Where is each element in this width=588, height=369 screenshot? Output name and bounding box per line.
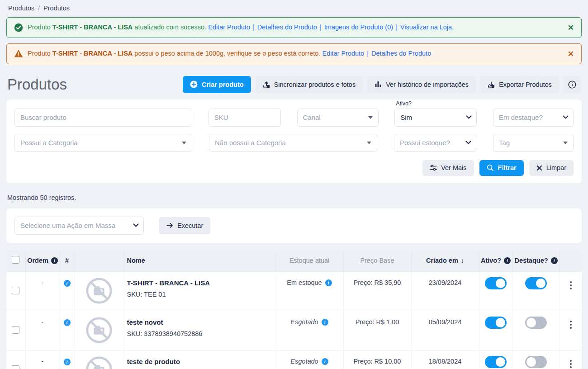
close-icon[interactable]: ✕ [568, 50, 574, 57]
search-product-input[interactable] [20, 114, 186, 121]
featured-toggle[interactable] [525, 277, 547, 289]
col-ativo[interactable]: Ativo?i [479, 250, 512, 272]
import-history-button[interactable]: Ver histórico de importações [367, 76, 476, 93]
tag-placeholder: Tag [499, 139, 510, 147]
info-button[interactable] [564, 76, 581, 93]
ativo-select[interactable]: Ativo? Sim [394, 109, 477, 127]
active-toggle[interactable] [485, 277, 507, 289]
filter-actions: Ver Mais Filtrar Limpar [14, 160, 574, 176]
warning-text: possui o peso acima de 1000g, verifique … [134, 50, 320, 57]
info-icon[interactable]: i [64, 359, 71, 365]
sku-input[interactable] [214, 114, 275, 121]
link-separator: | [396, 24, 398, 31]
em-destaque-select[interactable]: Em destaque? [493, 109, 574, 127]
col-destaque[interactable]: Destaque?i [512, 250, 560, 272]
filtrar-label: Filtrar [498, 164, 517, 171]
view-in-store-link[interactable]: Visualizar na Loja. [400, 24, 454, 31]
filtrar-button[interactable]: Filtrar [479, 160, 524, 176]
active-toggle[interactable] [485, 356, 507, 368]
search-product-field[interactable] [14, 109, 192, 127]
product-image-cell[interactable] [74, 272, 124, 311]
canal-select[interactable]: Canal [297, 109, 379, 127]
featured-toggle[interactable] [525, 356, 547, 368]
col-ordem[interactable]: Ordemi [25, 250, 60, 272]
kebab-menu-icon[interactable] [567, 279, 574, 292]
col-estoque[interactable]: Estoque atual [275, 250, 343, 272]
stock-status: Em estoque [287, 279, 322, 286]
info-icon[interactable]: i [551, 257, 558, 264]
limpar-button[interactable]: Limpar [529, 160, 574, 176]
chevron-down-icon [563, 115, 569, 119]
info-icon[interactable]: i [322, 358, 328, 365]
sync-products-button[interactable]: Sincronizar produtos e fotos [256, 76, 363, 93]
filter-panel: Canal Ativo? Sim Em destaque? Possui a C… [6, 99, 582, 183]
product-images-link[interactable]: Imagens do Produto (0) [324, 24, 393, 31]
col-criado[interactable]: Criado em↓ [411, 250, 479, 272]
info-icon[interactable]: i [51, 257, 58, 264]
toggle-knob [526, 357, 536, 367]
warning-product-name: T-SHIRT - BRANCA - LISA [52, 50, 133, 57]
featured-cell [512, 311, 560, 350]
tag-select[interactable]: Tag [493, 134, 574, 152]
sku-field[interactable] [209, 109, 281, 127]
row-checkbox[interactable] [12, 326, 19, 334]
info-icon[interactable]: i [64, 280, 71, 287]
price-cell: Preço: R$ 35,90 [343, 272, 411, 311]
ver-mais-label: Ver Mais [441, 164, 466, 171]
info-icon[interactable]: i [504, 257, 511, 264]
active-toggle[interactable] [485, 317, 507, 329]
row-checkbox[interactable] [12, 365, 19, 369]
possui-categoria-select[interactable]: Possui a Categoria [14, 134, 192, 152]
info-icon[interactable]: i [325, 279, 332, 286]
create-product-label: Criar produto [202, 81, 244, 88]
select-all-checkbox[interactable] [12, 256, 19, 264]
nao-possui-categoria-select[interactable]: Não possui a Categoria [209, 134, 377, 152]
bar-chart-icon [375, 81, 382, 88]
col-nome[interactable]: Nome [124, 250, 275, 272]
possui-estoque-select[interactable]: Possui estoque? [394, 134, 476, 152]
product-image-cell[interactable] [74, 350, 124, 369]
stock-cell: Esgotadoi [275, 311, 343, 350]
product-name[interactable]: teste novot [127, 318, 275, 326]
product-name[interactable]: teste de produto [127, 358, 275, 365]
stock-cell: Em estoquei [275, 272, 343, 311]
product-details-link[interactable]: Detalhes do Produto [371, 50, 431, 57]
edit-product-link[interactable]: Editar Produto [322, 50, 364, 57]
warning-prefix: Produto [28, 50, 51, 57]
kebab-menu-icon[interactable] [567, 318, 574, 331]
executar-button[interactable]: Executar [159, 217, 210, 234]
export-products-button[interactable]: Exportar Produtos [480, 76, 559, 93]
link-separator: | [253, 24, 255, 31]
featured-toggle[interactable] [525, 317, 547, 329]
create-product-button[interactable]: Criar produto [183, 76, 251, 93]
em-destaque-placeholder: Em destaque? [499, 114, 543, 121]
breadcrumb-link-produtos[interactable]: Produtos [8, 5, 34, 12]
table-row: - i teste novot SKU: 3378938940752886 Es… [6, 311, 582, 350]
stock-status: Esgotado [290, 358, 318, 365]
product-image-cell[interactable] [74, 311, 124, 350]
col-hash: # [60, 250, 74, 272]
row-checkbox[interactable] [12, 287, 19, 294]
product-details-link[interactable]: Detalhes do Produto [257, 24, 317, 31]
actions-cell [560, 311, 582, 350]
possui-categoria-placeholder: Possui a Categoria [20, 139, 78, 147]
col-image [74, 250, 124, 272]
ver-mais-button[interactable]: Ver Mais [422, 160, 474, 176]
close-icon[interactable]: ✕ [568, 24, 574, 32]
canal-placeholder: Canal [303, 114, 321, 121]
price-cell: Preço: R$ 1,00 [343, 311, 411, 350]
price-cell: Preço: R$ 10,00 [343, 350, 411, 369]
success-alert: Produto T-SHIRT - BRANCA - LISA atualiza… [6, 17, 582, 38]
col-preco[interactable]: Preço Base [343, 250, 411, 272]
breadcrumb: Produtos / Produtos [0, 0, 588, 15]
info-icon[interactable]: i [64, 319, 71, 326]
product-name[interactable]: T-SHIRT - BRANCA - LISA [127, 279, 275, 287]
edit-product-link[interactable]: Editar Produto [208, 24, 250, 31]
product-name-cell: teste novot SKU: 3378938940752886 [124, 311, 275, 350]
bulk-action-select[interactable]: Selecione uma Ação em Massa [14, 217, 144, 235]
stock-cell: Esgotadoi [275, 350, 343, 369]
header-actions: Criar produto Sincronizar produtos e fot… [183, 76, 581, 93]
kebab-menu-icon[interactable] [567, 357, 574, 369]
info-icon[interactable]: i [322, 319, 328, 326]
sync-products-label: Sincronizar produtos e fotos [274, 81, 356, 88]
